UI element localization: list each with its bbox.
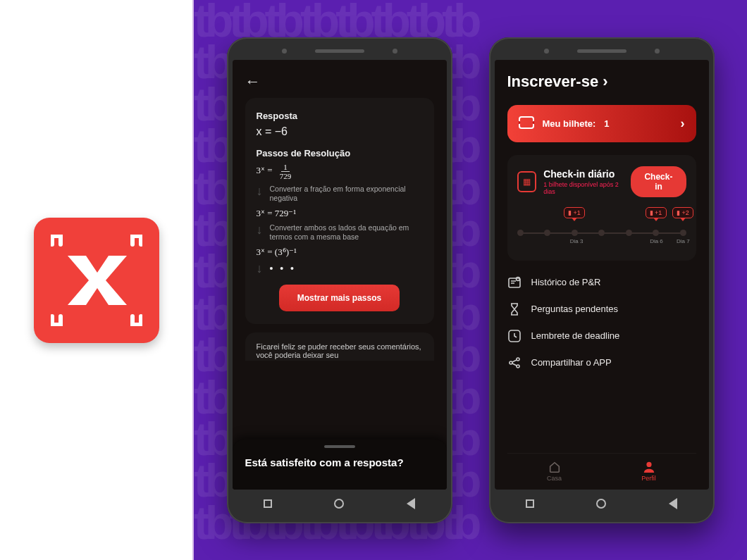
phone-top-hardware: [233, 43, 447, 60]
feedback-text: Ficarei feliz se puder receber seus come…: [257, 342, 423, 359]
app-icon: [34, 218, 159, 343]
svg-point-7: [517, 358, 519, 361]
answer-equation: x = −6: [257, 125, 423, 138]
camera-dot-icon: [282, 49, 287, 54]
menu-label: Histórico de P&R: [531, 277, 601, 287]
checkin-button[interactable]: Check-in: [631, 166, 686, 197]
answer-heading: Resposta: [257, 111, 423, 121]
checkin-title: Check-in diário: [543, 168, 624, 180]
speaker-icon: [577, 49, 626, 53]
step2-note-row: ↓ Converter ambos os lados da equação em…: [257, 223, 423, 242]
progress-dots: [517, 230, 686, 236]
svg-point-8: [517, 365, 519, 368]
step1-note-row: ↓ Converter a fração em forma exponencia…: [257, 185, 423, 204]
signup-header[interactable]: Inscrever-se ›: [507, 73, 696, 91]
menu-label: Lembrete de deadline: [531, 330, 620, 341]
chevron-right-icon: ›: [681, 116, 685, 131]
phone-top-hardware: [495, 43, 709, 60]
tab-label: Casa: [547, 475, 562, 482]
ticket-count: 1: [604, 118, 609, 129]
progress-dot: [680, 230, 686, 236]
step1-math: 3ˣ = 1 729: [257, 163, 423, 180]
calendar-icon: ▦: [517, 171, 537, 192]
ticket-banner[interactable]: Meu bilhete: 1 ›: [507, 105, 696, 142]
home-button-icon[interactable]: [334, 499, 344, 509]
menu-label: Compartilhar o APP: [531, 357, 612, 368]
menu-item-pending[interactable]: Perguntas pendentes: [507, 303, 696, 316]
history-icon: [507, 276, 521, 289]
step2-note: Converter ambos os lados da equação em t…: [270, 223, 423, 242]
satisfaction-sheet[interactable]: Está satisfeito com a resposta?: [233, 440, 447, 490]
feedback-card: Ficarei feliz se puder receber seus come…: [245, 332, 434, 361]
svg-point-6: [510, 361, 512, 364]
down-arrow-icon: ↓: [257, 262, 263, 275]
tab-home[interactable]: Casa: [507, 454, 602, 490]
back-button-icon[interactable]: [669, 498, 677, 509]
step1-math-lhs: 3ˣ =: [257, 165, 273, 175]
android-nav-bar: [495, 490, 709, 518]
camera-dot-icon: [544, 49, 549, 54]
frac-num: 1: [281, 163, 290, 172]
showcase-panel: tbtbtbtbtbtbtbtb tbtbtbtbtbtbtbtb tbtbtb…: [194, 0, 747, 560]
progress-dot: [653, 230, 659, 236]
back-button-icon[interactable]: [407, 498, 415, 509]
show-more-steps-button[interactable]: Mostrar mais passos: [279, 285, 400, 311]
bonus-day7: ▮ +2: [672, 207, 693, 218]
screen-profile: Inscrever-se › Meu bilhete: 1 › ▦ Che: [495, 60, 709, 490]
step3-math: 3ˣ = (3⁶)⁻¹: [257, 247, 423, 258]
clock-icon: [507, 330, 521, 342]
svg-rect-0: [519, 117, 533, 128]
day-labels: Dia 3 Dia 6 Dia 7: [517, 238, 686, 244]
recents-button-icon[interactable]: [526, 499, 534, 508]
home-button-icon[interactable]: [596, 499, 606, 509]
svg-point-4: [516, 277, 519, 280]
step-ellipsis-row: ↓ • • •: [257, 262, 423, 275]
label-day7: Dia 7: [677, 238, 683, 244]
phone-mockup-2: Inscrever-se › Meu bilhete: 1 › ▦ Che: [489, 37, 715, 523]
checkin-progress: ▮ +1 ▮ +1 ▮ +2: [517, 211, 686, 247]
fraction-icon: 1 729: [278, 163, 294, 180]
menu-item-history[interactable]: Histórico de P&R: [507, 276, 696, 289]
down-arrow-icon: ↓: [257, 185, 263, 197]
checkin-card: ▦ Check-in diário 1 bilhete disponível a…: [507, 155, 696, 261]
share-icon: [507, 356, 521, 369]
tab-label: Perfil: [641, 475, 656, 482]
tab-profile[interactable]: Perfil: [602, 454, 696, 490]
menu-item-deadline[interactable]: Lembrete de deadline: [507, 330, 696, 342]
progress-dot: [544, 230, 550, 236]
home-icon: [548, 461, 561, 473]
step1-note: Converter a fração em forma exponencial …: [270, 185, 423, 204]
menu-item-share[interactable]: Compartilhar o APP: [507, 356, 696, 369]
progress-dot: [572, 230, 578, 236]
recents-button-icon[interactable]: [264, 499, 272, 508]
label-day3: Dia 3: [570, 238, 576, 244]
progress-dot: [517, 230, 524, 236]
back-button[interactable]: ←: [245, 70, 434, 98]
ellipsis-icon: • • •: [270, 262, 296, 275]
signup-title-text: Inscrever-se: [507, 73, 599, 91]
steps-heading: Passos de Resolução: [257, 148, 423, 158]
hourglass-icon: [507, 303, 521, 316]
ticket-label: Meu bilhete:: [543, 118, 596, 129]
android-nav-bar: [233, 490, 447, 518]
down-arrow-icon: ↓: [257, 223, 263, 236]
checkin-text-block: Check-in diário 1 bilhete disponível apó…: [543, 168, 624, 195]
left-panel: [0, 0, 194, 560]
speaker-icon: [315, 49, 364, 53]
screen-solution: ← Resposta x = −6 Passos de Resolução 3ˣ…: [233, 60, 447, 490]
sensor-dot-icon: [655, 49, 660, 54]
step2-math: 3ˣ = 729⁻¹: [257, 208, 423, 219]
checkin-subtitle: 1 bilhete disponível após 2 dias: [543, 181, 624, 195]
menu-label: Perguntas pendentes: [531, 304, 619, 314]
sheet-title: Está satisfeito com a resposta?: [245, 456, 434, 468]
grab-handle-icon[interactable]: [324, 445, 355, 448]
chevron-right-icon: ›: [603, 73, 607, 91]
progress-dot: [598, 230, 605, 236]
checkin-head-row: ▦ Check-in diário 1 bilhete disponível a…: [517, 166, 686, 197]
sensor-dot-icon: [393, 49, 397, 54]
profile-icon: [643, 461, 655, 473]
label-day6: Dia 6: [650, 238, 656, 244]
answer-card: Resposta x = −6 Passos de Resolução 3ˣ =…: [245, 98, 434, 325]
bonus-day6: ▮ +1: [646, 207, 667, 218]
progress-dot: [626, 230, 632, 236]
